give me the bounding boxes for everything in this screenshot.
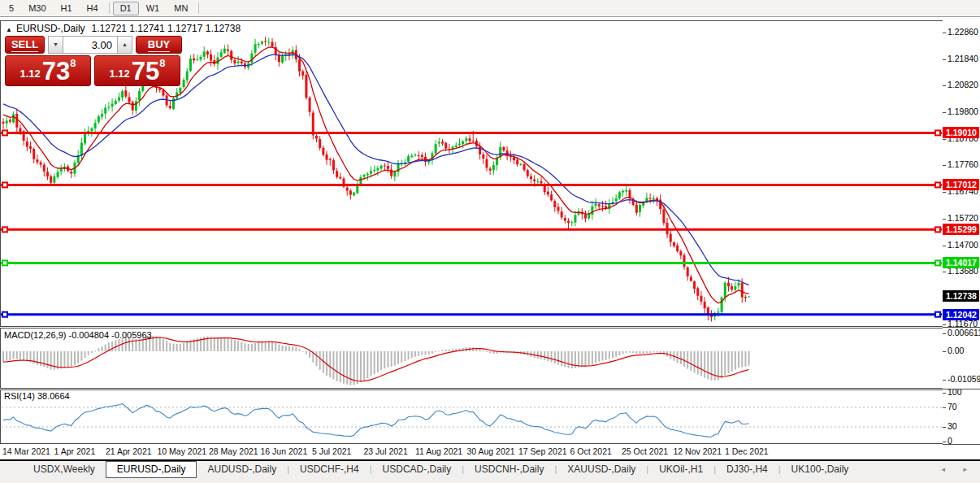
chart-tab-eurusd[interactable]: EURUSD-,Daily [106, 461, 197, 478]
volume-decrease-button[interactable]: ▾ [48, 36, 63, 54]
date-tick-label: 5 Jul 2021 [312, 446, 351, 456]
date-tick-label: 12 Nov 2021 [674, 446, 722, 456]
rsi-tick-label: 70 [947, 402, 957, 412]
macd-tick-label: 0.00 [947, 346, 964, 356]
level-price-badge: 1.12042 [943, 309, 979, 320]
chart-tab-ukoil[interactable]: UKOil-,H1 [648, 461, 713, 476]
date-tick-label: 23 Jul 2021 [364, 446, 408, 456]
rsi-label: RSI(14) 38.0664 [4, 391, 70, 401]
chart-tab-bar: USDX,WeeklyEURUSD-,DailyAUDUSD-,Daily|US… [0, 461, 980, 483]
axis-tick [943, 442, 946, 442]
timeframe-button-5[interactable]: 5 [2, 2, 21, 15]
chart-tab-usdcad[interactable]: USDCAD-,Daily [372, 461, 462, 476]
panel-divider [943, 327, 980, 328]
axis-tick [943, 427, 946, 428]
axis-tick [943, 393, 946, 394]
one-click-trading-panel: SELL ▾ ▴ BUY 1.12 73 8 1.12 75 8 [5, 36, 182, 86]
axis-tick [943, 407, 946, 408]
price-tick-label: 1.17760 [947, 159, 978, 170]
symbol-period-label: EURUSD-,Daily [16, 23, 85, 34]
axis-tick [943, 85, 946, 86]
panel-divider [943, 389, 980, 389]
line-handle[interactable] [2, 130, 7, 135]
line-handle[interactable] [2, 182, 7, 187]
price-axis[interactable]: 1.228601.218401.208201.198001.187801.177… [943, 20, 980, 444]
date-tick-label: 25 Oct 2021 [622, 446, 668, 456]
line-handle[interactable] [935, 312, 940, 317]
axis-tick [943, 165, 946, 166]
price-tick-label: 1.21840 [947, 54, 978, 64]
price-tick-label: 1.20820 [947, 80, 978, 90]
time-axis[interactable]: 14 Mar 20211 Apr 202121 Apr 202110 May 2… [0, 445, 980, 459]
timeframe-button-m30[interactable]: M30 [21, 2, 53, 15]
line-handle[interactable] [2, 312, 7, 317]
axis-tick [943, 112, 946, 113]
date-tick-label: 11 Aug 2021 [415, 446, 462, 456]
buy-price-display[interactable]: 1.12 75 8 [94, 55, 180, 86]
price-tick-label: 1.15720 [947, 213, 978, 224]
macd-tick-label: -0.010598 [947, 374, 980, 385]
level-price-badge: 1.17012 [943, 179, 979, 190]
chart-title: ▲EURUSD-,Daily1.12721 1.12741 1.12717 1.… [6, 23, 241, 34]
date-tick-label: 1 Apr 2021 [54, 446, 96, 456]
timeframe-button-h1[interactable]: H1 [54, 2, 80, 15]
axis-tick [943, 324, 946, 325]
chart-tab-usdchf[interactable]: USDCHF-,H4 [289, 461, 370, 476]
line-handle[interactable] [935, 182, 940, 187]
timeframe-button-h4[interactable]: H4 [80, 2, 106, 15]
chart-tab-audusd[interactable]: AUDUSD-,Daily [197, 461, 287, 476]
line-handle[interactable] [2, 227, 7, 232]
axis-tick [943, 351, 946, 352]
volume-increase-button[interactable]: ▴ [117, 36, 132, 54]
tab-scroll-arrows[interactable]: ◂ ▸ [941, 465, 975, 473]
axis-tick [943, 33, 946, 33]
sell-button[interactable]: SELL [5, 36, 45, 54]
date-tick-label: 6 Oct 2021 [570, 446, 612, 456]
axis-tick [943, 59, 946, 60]
rsi-canvas [0, 389, 943, 445]
line-handle[interactable] [935, 260, 940, 265]
line-handle[interactable] [2, 260, 7, 265]
date-tick-label: 21 Apr 2021 [106, 446, 152, 456]
date-tick-label: 16 Jun 2021 [261, 446, 308, 456]
price-tick-label: 1.19800 [947, 107, 978, 117]
timeframe-button-w1[interactable]: W1 [139, 2, 167, 15]
date-tick-label: 1 Dec 2021 [725, 446, 769, 456]
price-tick-label: 1.22860 [947, 27, 978, 37]
mt4-window: 5M30H1H4D1W1MN ▲EURUSD-,Daily1.12721 1.1… [0, 0, 980, 483]
timeframe-button-mn[interactable]: MN [167, 2, 195, 15]
level-price-badge: 1.14017 [943, 257, 979, 268]
collapse-panel-icon[interactable]: ▲ [6, 26, 12, 33]
ohlc-readout: 1.12721 1.12741 1.12717 1.12738 [92, 23, 241, 34]
toolbar-separator [109, 2, 110, 14]
axis-tick [943, 139, 946, 140]
chart-tab-usdx[interactable]: USDX,Weekly [23, 461, 106, 476]
volume-stepper: ▾ ▴ [48, 36, 132, 54]
chart-tab-uk100[interactable]: UK100-,Daily [781, 461, 860, 476]
axis-tick [943, 246, 946, 246]
rsi-tick-label: 30 [947, 421, 957, 432]
axis-tick [943, 219, 946, 220]
sell-price-display[interactable]: 1.12 73 8 [5, 55, 91, 86]
price-tick-label: 1.14700 [947, 240, 978, 250]
level-price-badge: 1.19010 [943, 127, 979, 138]
volume-input[interactable] [63, 36, 117, 54]
chart-tab-xauusd[interactable]: XAUUSD-,Daily [557, 461, 646, 476]
timeframe-button-d1[interactable]: D1 [113, 2, 139, 15]
date-tick-label: 30 Aug 2021 [467, 446, 515, 456]
date-tick-label: 28 May 2021 [209, 446, 258, 456]
chart-tab-usdcnh[interactable]: USDCNH-,Daily [464, 461, 554, 476]
macd-label: MACD(12,26,9) -0.004804 -0.005963 [4, 330, 152, 340]
chart-tab-dj30[interactable]: DJ30-,H4 [716, 461, 778, 476]
axis-tick [943, 333, 946, 334]
date-tick-label: 14 Mar 2021 [2, 446, 50, 456]
axis-tick [943, 192, 946, 193]
date-tick-label: 10 May 2021 [158, 446, 207, 456]
axis-tick [943, 272, 946, 272]
current-price-badge: 1.12738 [943, 290, 979, 302]
line-handle[interactable] [935, 130, 940, 135]
line-handle[interactable] [935, 227, 940, 232]
level-price-badge: 1.15299 [943, 224, 979, 235]
date-tick-label: 17 Sep 2021 [518, 446, 567, 456]
buy-button[interactable]: BUY [136, 36, 182, 54]
